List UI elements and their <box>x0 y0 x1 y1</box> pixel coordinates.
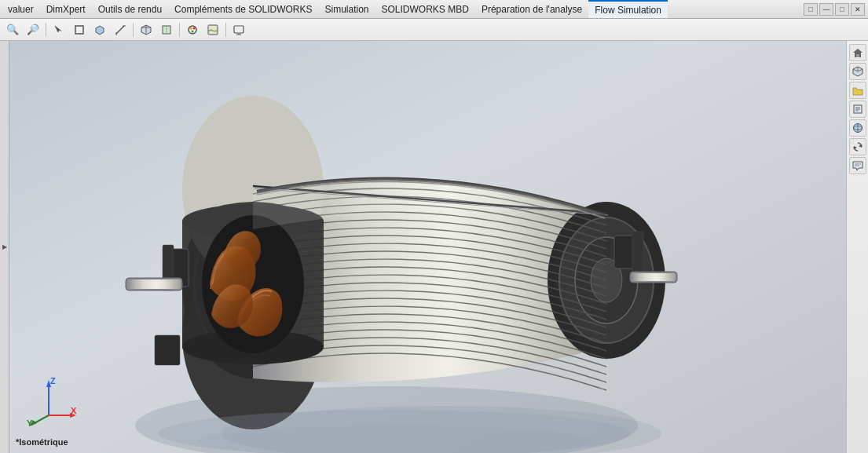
measure-btn[interactable] <box>111 21 130 38</box>
maximize-btn[interactable]: □ <box>835 3 849 16</box>
svg-point-13 <box>192 30 194 32</box>
menu-valuer[interactable]: valuer <box>2 0 40 18</box>
zoom-in-btn[interactable]: 🔍 <box>3 21 22 38</box>
refresh-btn[interactable] <box>849 138 866 155</box>
svg-rect-0 <box>75 26 83 34</box>
toolbar-separator-1 <box>46 23 46 37</box>
svg-rect-43 <box>632 273 676 281</box>
menu-mbd[interactable]: SOLIDWORKS MBD <box>375 0 475 18</box>
toolbar: 🔍 🔎 <box>0 19 868 41</box>
isometric-label: *Isométrique <box>16 437 68 447</box>
menu-outils-rendu[interactable]: Outils de rendu <box>92 0 168 18</box>
view-cube-btn[interactable] <box>849 63 866 80</box>
restore-btn[interactable]: □ <box>804 3 818 16</box>
minimize-btn[interactable]: — <box>819 3 833 16</box>
svg-point-11 <box>190 27 192 29</box>
right-toolbar <box>846 41 868 453</box>
svg-marker-1 <box>96 26 104 35</box>
cube-btn[interactable] <box>137 21 156 38</box>
comment-btn[interactable] <box>849 157 866 174</box>
appearance-btn[interactable] <box>183 21 202 38</box>
svg-text:X: X <box>71 406 76 415</box>
scene-display-btn[interactable] <box>849 119 866 137</box>
viewport[interactable]: Z X Y *Isométrique <box>9 41 846 453</box>
svg-line-2 <box>116 26 124 34</box>
svg-rect-55 <box>856 54 859 57</box>
collapse-arrow-icon: ▶ <box>2 243 7 250</box>
zoom-out-btn[interactable]: 🔎 <box>24 21 42 38</box>
sketch-btn[interactable] <box>70 21 89 38</box>
scene-btn[interactable] <box>203 21 222 38</box>
svg-point-12 <box>193 27 196 29</box>
close-btn[interactable]: ✕ <box>851 3 865 16</box>
axis-indicator: Z X Y <box>25 376 76 429</box>
menu-flow-simulation[interactable]: Flow Simulation <box>588 0 668 18</box>
model-canvas <box>9 41 846 453</box>
toolbar-separator-2 <box>133 23 134 37</box>
toolbar-separator-3 <box>179 23 180 37</box>
toolbar-separator-4 <box>225 23 226 37</box>
menu-simulation[interactable]: Simulation <box>318 0 375 18</box>
svg-rect-38 <box>155 335 180 365</box>
svg-text:Y: Y <box>27 418 33 427</box>
home-view-btn[interactable] <box>849 44 866 61</box>
window-controls: □ — □ ✕ <box>804 0 865 18</box>
svg-rect-15 <box>234 26 244 33</box>
svg-text:Z: Z <box>50 376 56 385</box>
section-btn[interactable] <box>157 21 176 38</box>
select-btn[interactable] <box>49 21 68 38</box>
folder-btn[interactable] <box>849 82 866 99</box>
box-btn[interactable] <box>90 21 109 38</box>
menu-preparation[interactable]: Préparation de l'analyse <box>475 0 588 18</box>
menu-complements[interactable]: Compléments de SOLIDWORKS <box>168 0 318 18</box>
menu-dimxpert[interactable]: DimXpert <box>40 0 92 18</box>
svg-marker-68 <box>854 146 857 149</box>
display-btn[interactable] <box>229 21 248 38</box>
main-area: ▶ <box>0 41 868 453</box>
svg-marker-67 <box>859 144 862 148</box>
left-panel-toggle[interactable]: ▶ <box>0 41 9 453</box>
svg-rect-37 <box>632 232 643 272</box>
menu-bar: valuer DimXpert Outils de rendu Compléme… <box>0 0 868 19</box>
properties-btn[interactable] <box>849 100 866 118</box>
svg-rect-41 <box>127 279 181 289</box>
